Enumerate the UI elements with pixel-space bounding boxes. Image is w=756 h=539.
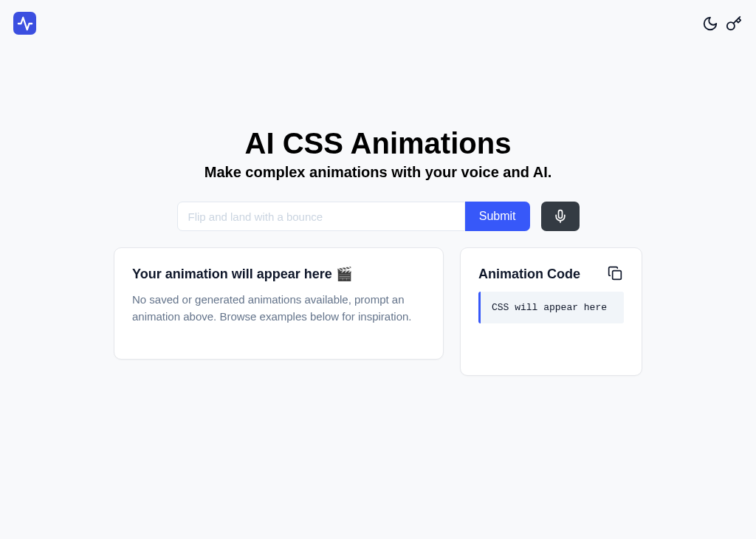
preview-empty-text: No saved or generated animations availab…	[132, 292, 425, 325]
code-output: CSS will appear here	[478, 292, 624, 323]
page-title: AI CSS Animations	[245, 127, 512, 160]
moon-icon	[702, 16, 718, 32]
code-card: Animation Code CSS will appear here	[460, 247, 642, 376]
code-card-title: Animation Code	[478, 267, 580, 282]
prompt-form: Submit	[177, 202, 530, 231]
logo[interactable]	[13, 12, 36, 35]
voice-input-button[interactable]	[541, 202, 580, 231]
api-key-button[interactable]	[725, 15, 743, 32]
copy-code-button[interactable]	[608, 266, 624, 282]
activity-icon	[17, 16, 33, 32]
prompt-input[interactable]	[177, 202, 465, 231]
header-actions	[701, 15, 743, 32]
preview-card-title: Your animation will appear here 🎬	[132, 266, 425, 282]
preview-card: Your animation will appear here 🎬 No sav…	[114, 247, 444, 360]
submit-button[interactable]: Submit	[465, 202, 530, 231]
theme-toggle[interactable]	[701, 15, 719, 32]
copy-icon	[608, 266, 622, 281]
svg-rect-2	[613, 271, 622, 280]
microphone-icon	[553, 209, 568, 224]
key-icon	[726, 16, 742, 32]
page-subtitle: Make complex animations with your voice …	[205, 164, 552, 181]
